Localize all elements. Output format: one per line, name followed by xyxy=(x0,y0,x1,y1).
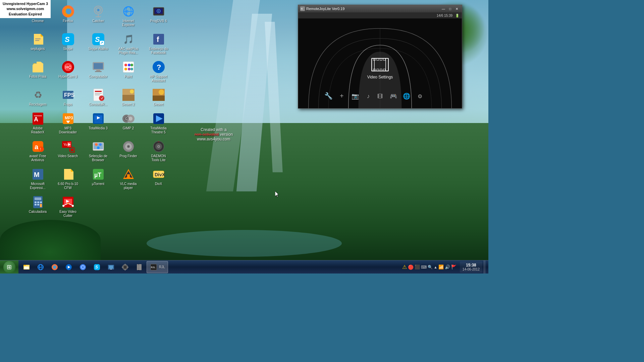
remote-titlebar[interactable]: R RemoteJoyLite Ver0.19 — □ ✕ xyxy=(298,5,462,12)
svg-point-42 xyxy=(124,68,127,70)
taskbar-item-explorer[interactable] xyxy=(20,261,33,273)
tray-icon-up[interactable]: ▲ xyxy=(434,265,437,269)
desktop-icon-video-search[interactable]: You Video Search xyxy=(55,138,80,164)
desktop-icon-hypercam3[interactable]: HC HyperCam 3 xyxy=(55,59,80,84)
desktop-icon-calculadora[interactable]: Calculadora xyxy=(25,194,50,219)
taskbar-item-network[interactable] xyxy=(104,261,118,273)
desktop-icon-computador[interactable]: Computador xyxy=(86,59,111,84)
icon-label-catcher: Catcher xyxy=(92,19,104,23)
desktop-icon-catcher[interactable]: Catcher xyxy=(86,3,111,28)
icon-label-avast: avast! Free Antivirus xyxy=(26,154,49,162)
svg-rect-180 xyxy=(138,267,139,268)
svg-point-18 xyxy=(158,10,159,12)
desktop-icon-consultar[interactable]: ✓ ConsultaR... xyxy=(86,87,111,108)
icon-label-paint: Paint xyxy=(124,75,132,79)
svg-text:↗: ↗ xyxy=(100,41,103,45)
svg-rect-178 xyxy=(138,265,139,265)
desktop-icon-ie[interactable]: e Internet Explorer xyxy=(116,3,141,28)
svg-point-80 xyxy=(39,146,44,152)
taskbar-item-firefox[interactable] xyxy=(48,261,61,273)
avs-non-activated: non-activated xyxy=(195,132,219,137)
show-desktop-button[interactable] xyxy=(484,260,486,274)
svg-rect-114 xyxy=(35,201,37,203)
desktop-icon-660pro[interactable]: 6.60 Pro b-10 CFW xyxy=(55,166,80,191)
svg-rect-109 xyxy=(126,177,130,178)
svg-point-127 xyxy=(67,203,69,204)
taskbar-item-chrome[interactable] xyxy=(76,261,90,273)
avs-version: version xyxy=(220,132,233,137)
clock-date: 14-06-2012 xyxy=(463,267,480,271)
desktop-icon-firefox[interactable]: Firefox xyxy=(55,3,80,28)
desktop-icon-fraps[interactable]: FPS Fraps xyxy=(55,87,80,108)
desktop-icon-aac-plugin[interactable]: 🎵 AAC-aacPlus Plugin Rea... xyxy=(116,31,141,56)
tray-icon-search[interactable]: 🔍 xyxy=(428,265,433,269)
remote-content: Video Settings 🔧 + 📷 ♪ 🎞 🎮 🌐 ⚙ xyxy=(298,18,462,108)
desktop-icon-reciclagem[interactable]: ♻ Reciclagem xyxy=(25,87,50,108)
icon-label-desert2: Desert 2 xyxy=(122,103,135,107)
start-button[interactable] xyxy=(0,260,18,274)
desktop-icon-mp3-downloader[interactable]: MP3 MP3 Downloader xyxy=(55,111,80,136)
desktop-icon-endereco-facebook[interactable]: f Endereço do Facebook xyxy=(146,31,171,56)
desktop-icon-desert[interactable]: Desert xyxy=(146,87,171,108)
icon-label-adobe-reader: Adobe ReaderX xyxy=(26,126,49,134)
desktop-icon-skype1[interactable]: S Skype xyxy=(55,31,80,56)
tray-icon-volume[interactable]: 🔊 xyxy=(445,264,450,269)
desktop-icon-seleccao-browser[interactable]: Selecção de Browser xyxy=(86,138,111,164)
tray-icon-antivirus[interactable]: 🔴 xyxy=(408,264,414,270)
desktop-icon-seplugins[interactable]: seplugins xyxy=(25,31,50,56)
svg-point-159 xyxy=(53,265,56,269)
taskbar-right: ⚠ 🔴 ⬛ ⌨ 🔍 ▲ 📶 🔊 🚩 15:38 14-06-2012 xyxy=(400,260,488,274)
clock-area[interactable]: 15:38 14-06-2012 xyxy=(460,261,482,273)
icon-label-consultar: ConsultaR... xyxy=(89,103,107,107)
remote-close-button[interactable]: ✕ xyxy=(454,6,460,11)
desktop-icon-adobe-reader[interactable]: A Adobe ReaderX xyxy=(25,111,50,136)
remote-restore-button[interactable]: □ xyxy=(447,6,453,11)
svg-text:e: e xyxy=(39,266,41,269)
desktop-icon-hp-support[interactable]: ? HP Support Assistant xyxy=(146,59,171,84)
desktop-icon-gimp2[interactable]: G GIMP 2 xyxy=(116,111,141,136)
svg-text:R: R xyxy=(301,7,303,10)
desktop-icon-vlc[interactable]: VLC media player xyxy=(116,166,141,191)
taskbar-item-skype[interactable]: S xyxy=(90,261,104,273)
icon-label-totalmedia3: TotalMedia 3 xyxy=(89,126,108,130)
svg-point-125 xyxy=(62,205,64,207)
taskbar-item-rjl[interactable]: RJL RJL xyxy=(147,261,168,273)
tray-icon-warning[interactable]: ⚠ xyxy=(402,264,407,270)
tray-icon-network[interactable]: 📶 xyxy=(438,264,444,269)
desktop-icon-desert2[interactable]: Desert 2 xyxy=(116,87,141,108)
desktop-icon-totalmedia-theatre[interactable]: TotalMedia Theatre 5 xyxy=(146,111,171,136)
icon-label-reciclagem: Reciclagem xyxy=(29,103,46,107)
remote-minimize-button[interactable]: — xyxy=(440,6,446,11)
desktop-icon-fotos-praia[interactable]: Fotos Praia xyxy=(25,59,50,84)
svg-point-92 xyxy=(99,143,102,146)
start-orb[interactable] xyxy=(3,261,15,273)
desktop-icon-totalmedia3[interactable]: TotalMedia 3 xyxy=(86,111,111,136)
icon-label-calculadora: Calculadora xyxy=(29,210,47,214)
svg-point-91 xyxy=(95,143,98,146)
taskbar-item-winrar[interactable] xyxy=(132,261,146,273)
desktop-icon-skype2[interactable]: S ↗ Skype Atalho xyxy=(86,31,111,56)
desktop-icon-prog-finder[interactable]: Prog Finder xyxy=(116,138,141,164)
icon-label-prog-finder: Prog Finder xyxy=(119,154,137,158)
clock-time: 15:38 xyxy=(463,263,480,267)
svg-rect-60 xyxy=(153,96,165,101)
desktop-icon-ms-express[interactable]: M Microsoft Expressi... xyxy=(25,166,50,191)
desktop-icon-divx[interactable]: DivX DivX xyxy=(146,166,171,191)
tray-icon-settings[interactable]: ⬛ xyxy=(415,264,420,269)
desktop-icon-paint[interactable]: Paint xyxy=(116,59,141,84)
remote-window-controls: — □ ✕ xyxy=(440,6,460,11)
taskbar-item-media-player[interactable] xyxy=(62,261,75,273)
desktop-icon-easy-video-cutter[interactable]: Easy Video Cutter xyxy=(55,194,80,219)
desktop-icon-avast[interactable]: a ! avast! Free Antivirus xyxy=(25,138,50,164)
svg-text:e: e xyxy=(126,8,128,14)
taskbar-item-ie[interactable]: e xyxy=(34,261,47,273)
svg-rect-57 xyxy=(122,95,135,101)
tray-icon-flag[interactable]: 🚩 xyxy=(451,264,457,269)
taskbar-item-tools[interactable] xyxy=(118,261,132,273)
icon-label-divx: DivX xyxy=(155,182,162,186)
tray-icon-keyboard[interactable]: ⌨ xyxy=(421,265,427,269)
svg-text:📷: 📷 xyxy=(352,93,359,100)
desktop-icon-utorrent[interactable]: µT µTorrent xyxy=(86,166,111,191)
desktop-icon-progdvb6[interactable]: ProgDVB 6 xyxy=(146,3,171,28)
desktop-icon-daemon-tools[interactable]: DAEMON Tools Lite xyxy=(146,138,171,164)
